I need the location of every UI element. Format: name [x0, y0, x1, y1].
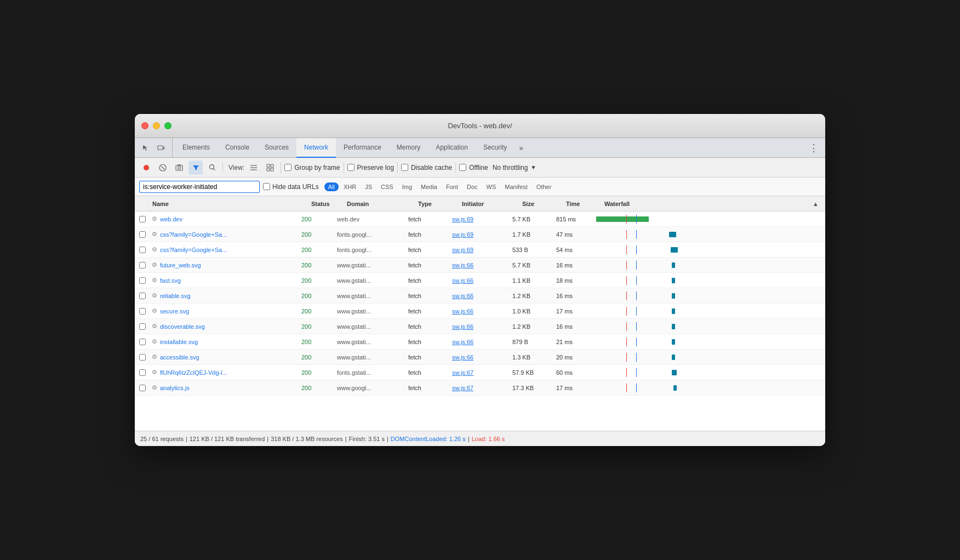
row-name[interactable]: analytics.js	[159, 385, 301, 391]
filter-media-button[interactable]: Media	[417, 182, 441, 191]
table-row[interactable]: ⚙ fast.svg 200 www.gstati... fetch sw.js…	[135, 273, 825, 288]
row-checkbox[interactable]	[139, 262, 146, 268]
window-title: DevTools - web.dev/	[448, 122, 512, 130]
row-name[interactable]: reliable.svg	[159, 293, 301, 299]
record-button[interactable]	[139, 161, 153, 175]
table-row[interactable]: ⚙ css?family=Google+Sa... 200 fonts.goog…	[135, 242, 825, 258]
filter-css-button[interactable]: CSS	[377, 182, 397, 191]
minimize-button[interactable]	[153, 122, 160, 129]
row-domain: www.googl...	[337, 385, 408, 391]
header-name[interactable]: Name	[150, 196, 309, 211]
row-name[interactable]: discoverable.svg	[159, 323, 301, 330]
row-initiator: sw.js:66	[452, 354, 512, 361]
tab-security[interactable]: Security	[476, 138, 515, 158]
row-initiator: sw.js:66	[452, 308, 512, 315]
group-by-frame-checkbox[interactable]	[284, 164, 292, 171]
row-checkbox[interactable]	[139, 385, 146, 391]
list-view-button[interactable]	[247, 161, 261, 175]
hide-data-urls-checkbox[interactable]	[263, 183, 270, 190]
row-name[interactable]: flUhRq6tzZclQEJ-Vdg-l...	[159, 369, 301, 376]
row-checkbox[interactable]	[139, 293, 146, 299]
filter-manifest-button[interactable]: Manifest	[501, 182, 532, 191]
throttle-select[interactable]: No throttling ▼	[490, 163, 539, 173]
row-name[interactable]: fast.svg	[159, 277, 301, 284]
table-row[interactable]: ⚙ flUhRq6tzZclQEJ-Vdg-l... 200 fonts.gst…	[135, 365, 825, 380]
row-size: 17.3 KB	[512, 385, 556, 391]
row-name[interactable]: installable.svg	[159, 339, 301, 345]
header-time[interactable]: Time	[564, 196, 602, 211]
tab-memory[interactable]: Memory	[389, 138, 428, 158]
filter-all-button[interactable]: All	[324, 182, 339, 191]
filter-input[interactable]	[139, 181, 260, 193]
screenshot-button[interactable]	[172, 161, 186, 175]
row-name[interactable]: web.dev	[159, 216, 301, 222]
table-row[interactable]: ⚙ accessible.svg 200 www.gstati... fetch…	[135, 350, 825, 365]
more-tabs-button[interactable]: »	[515, 138, 528, 157]
filter-other-button[interactable]: Other	[533, 182, 556, 191]
filter-button[interactable]	[188, 161, 203, 175]
table-row[interactable]: ⚙ discoverable.svg 200 www.gstati... fet…	[135, 319, 825, 334]
table-row[interactable]: ⚙ web.dev 200 web.dev fetch sw.js:69 5.7…	[135, 212, 825, 227]
tab-icon-group	[139, 138, 173, 157]
table-row[interactable]: ⚙ secure.svg 200 www.gstati... fetch sw.…	[135, 304, 825, 319]
filter-img-button[interactable]: Img	[398, 182, 416, 191]
header-waterfall[interactable]: Waterfall ▲	[602, 196, 825, 211]
cursor-icon[interactable]	[139, 141, 152, 155]
row-size: 533 B	[512, 247, 556, 253]
tab-performance[interactable]: Performance	[336, 138, 389, 158]
table-row[interactable]: ⚙ css?family=Google+Sa... 200 fonts.goog…	[135, 227, 825, 242]
tab-network[interactable]: Network	[296, 138, 336, 158]
row-time: 16 ms	[556, 262, 595, 268]
filter-type-buttons: All XHR JS CSS Img Media Font Doc WS Man…	[324, 182, 556, 191]
offline-checkbox[interactable]	[459, 164, 466, 171]
tree-view-button[interactable]	[263, 161, 277, 175]
close-button[interactable]	[141, 122, 148, 129]
table-row[interactable]: ⚙ installable.svg 200 www.gstati... fetc…	[135, 334, 825, 350]
tab-sources[interactable]: Sources	[257, 138, 296, 158]
table-row[interactable]: ⚙ future_web.svg 200 www.gstati... fetch…	[135, 258, 825, 273]
clear-button[interactable]	[156, 161, 170, 175]
device-icon[interactable]	[155, 141, 168, 155]
row-checkbox[interactable]	[139, 323, 146, 330]
tab-elements[interactable]: Elements	[175, 138, 218, 158]
row-checkbox[interactable]	[139, 247, 146, 253]
header-initiator[interactable]: Initiator	[460, 196, 520, 211]
row-name[interactable]: css?family=Google+Sa...	[159, 247, 301, 253]
row-checkbox[interactable]	[139, 339, 146, 345]
filter-doc-button[interactable]: Doc	[463, 182, 482, 191]
row-time: 815 ms	[556, 216, 595, 222]
row-checkbox[interactable]	[139, 354, 146, 361]
header-size[interactable]: Size	[520, 196, 564, 211]
row-initiator: sw.js:66	[452, 339, 512, 345]
header-status[interactable]: Status	[309, 196, 345, 211]
row-name[interactable]: css?family=Google+Sa...	[159, 231, 301, 238]
tab-application[interactable]: Application	[428, 138, 476, 158]
tab-menu-button[interactable]: ⋮	[802, 138, 825, 157]
filter-font-button[interactable]: Font	[442, 182, 462, 191]
table-row[interactable]: ⚙ reliable.svg 200 www.gstati... fetch s…	[135, 288, 825, 304]
row-time: 17 ms	[556, 385, 595, 391]
row-checkbox[interactable]	[139, 216, 146, 222]
svg-rect-13	[267, 164, 270, 167]
filter-bar: Hide data URLs All XHR JS CSS Img Media …	[135, 178, 825, 196]
header-type[interactable]: Type	[416, 196, 460, 211]
gear-icon: ⚙	[150, 384, 159, 391]
row-checkbox[interactable]	[139, 277, 146, 284]
search-button[interactable]	[205, 161, 219, 175]
row-checkbox[interactable]	[139, 369, 146, 376]
row-checkbox[interactable]	[139, 308, 146, 315]
table-row[interactable]: ⚙ analytics.js 200 www.googl... fetch sw…	[135, 380, 825, 396]
filter-ws-button[interactable]: WS	[483, 182, 500, 191]
filter-xhr-button[interactable]: XHR	[340, 182, 360, 191]
header-domain[interactable]: Domain	[345, 196, 416, 211]
row-name[interactable]: secure.svg	[159, 308, 301, 315]
row-name[interactable]: future_web.svg	[159, 262, 301, 268]
row-checkbox[interactable]	[139, 231, 146, 238]
filter-js-button[interactable]: JS	[361, 182, 376, 191]
preserve-log-checkbox[interactable]	[347, 164, 355, 171]
tab-console[interactable]: Console	[218, 138, 257, 158]
maximize-button[interactable]	[164, 122, 172, 129]
disable-cache-checkbox[interactable]	[401, 164, 408, 171]
row-type: fetch	[408, 247, 452, 253]
row-name[interactable]: accessible.svg	[159, 354, 301, 361]
